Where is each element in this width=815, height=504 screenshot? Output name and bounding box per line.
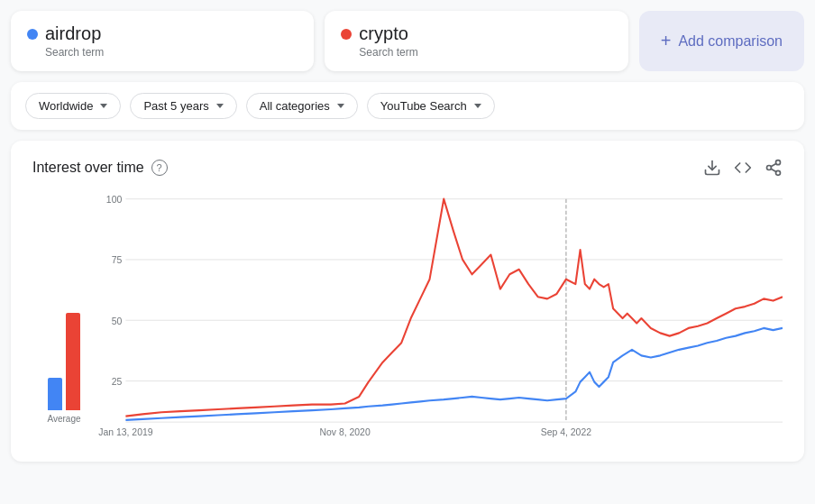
terms-row: airdrop Search term crypto Search term +… — [11, 11, 804, 71]
crypto-line — [125, 199, 783, 417]
chevron-down-icon — [337, 104, 344, 108]
chart-header: Interest over time ? — [32, 159, 783, 177]
page-wrapper: airdrop Search term crypto Search term +… — [0, 0, 815, 472]
main-chart: 100 75 50 25 Jan 13, 2019 Nov 8, 202 — [96, 191, 783, 444]
chart-actions — [703, 159, 783, 177]
term-type-airdrop: Search term — [45, 46, 298, 59]
avg-bar-crypto — [66, 313, 80, 410]
filter-search-type[interactable]: YouTube Search — [367, 93, 495, 119]
term-card-airdrop: airdrop Search term — [11, 11, 314, 71]
filter-time-label: Past 5 years — [143, 99, 208, 113]
svg-text:100: 100 — [106, 194, 122, 205]
svg-line-5 — [771, 163, 776, 166]
chevron-down-icon — [100, 104, 107, 108]
chart-svg: 100 75 50 25 Jan 13, 2019 Nov 8, 202 — [96, 191, 783, 444]
filter-location-label: Worldwide — [39, 99, 93, 113]
term-dot-airdrop — [27, 29, 38, 40]
avg-label: Average — [47, 414, 80, 424]
embed-button[interactable] — [734, 159, 752, 177]
svg-text:Jan 13, 2019: Jan 13, 2019 — [98, 426, 152, 437]
chevron-down-icon — [216, 104, 224, 108]
term-header-crypto: crypto — [341, 23, 611, 44]
help-icon[interactable]: ? — [151, 160, 168, 176]
filter-search-type-label: YouTube Search — [380, 99, 467, 113]
svg-line-4 — [771, 169, 776, 171]
avg-bar-airdrop — [48, 378, 62, 410]
airdrop-line — [125, 328, 783, 420]
svg-text:50: 50 — [112, 315, 123, 325]
avg-bars: Average — [32, 191, 96, 444]
svg-text:75: 75 — [112, 254, 123, 265]
filter-time[interactable]: Past 5 years — [130, 93, 236, 119]
filter-location[interactable]: Worldwide — [25, 93, 121, 119]
chevron-down-icon — [474, 104, 481, 108]
plus-icon: + — [661, 31, 672, 51]
filters-row: Worldwide Past 5 years All categories Yo… — [11, 82, 804, 130]
chart-title: Interest over time — [32, 160, 144, 176]
svg-text:Sep 4, 2022: Sep 4, 2022 — [541, 426, 591, 437]
download-button[interactable] — [703, 159, 721, 177]
term-type-crypto: Search term — [359, 46, 611, 59]
term-name-airdrop: airdrop — [45, 23, 101, 44]
svg-text:25: 25 — [112, 376, 123, 387]
filter-category-label: All categories — [260, 99, 330, 113]
term-header-airdrop: airdrop — [27, 23, 298, 44]
avg-bar-group — [48, 313, 80, 410]
svg-text:Nov 8, 2020: Nov 8, 2020 — [320, 426, 371, 437]
filter-category[interactable]: All categories — [246, 93, 358, 119]
chart-title-row: Interest over time ? — [32, 160, 168, 176]
term-name-crypto: crypto — [359, 23, 408, 44]
term-dot-crypto — [341, 29, 352, 40]
chart-container: Average 100 75 50 25 — [32, 191, 783, 444]
add-comparison-button[interactable]: + Add comparison — [639, 11, 804, 71]
add-comparison-label: Add comparison — [678, 33, 783, 50]
chart-section: Interest over time ? — [11, 141, 804, 462]
share-button[interactable] — [765, 159, 783, 177]
term-card-crypto: crypto Search term — [325, 11, 627, 71]
